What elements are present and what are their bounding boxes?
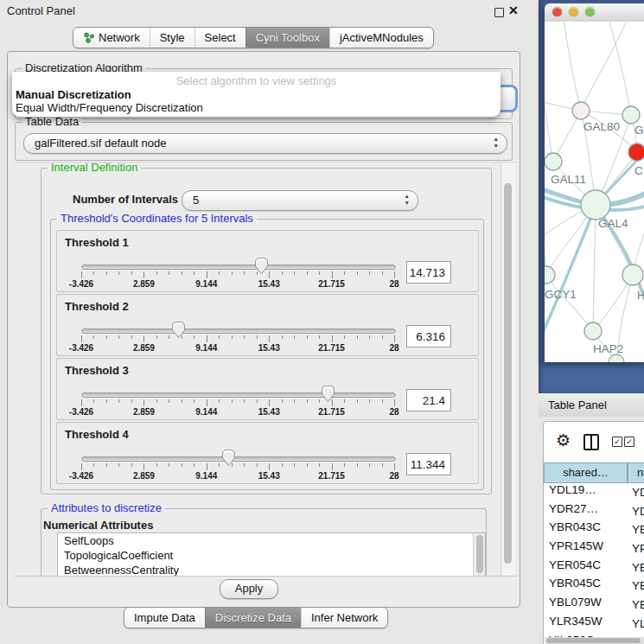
- table-horizontal-scrollbar[interactable]: [545, 637, 644, 644]
- table-row[interactable]: YDR27…YDR2: [544, 502, 644, 521]
- tick-mark: [81, 399, 82, 406]
- network-node[interactable]: [584, 322, 602, 340]
- tick-mark: [93, 271, 94, 275]
- tick-mark: [106, 463, 107, 467]
- checkbox-checked-icon[interactable]: ✓: [612, 437, 622, 447]
- network-edge: [581, 22, 628, 111]
- tick-label: -3.426: [69, 279, 93, 289]
- network-node[interactable]: [622, 265, 643, 285]
- thresholds-group-label: Threshold's Coordinates for 5 Intervals: [57, 212, 257, 225]
- slider-thumb[interactable]: [221, 449, 236, 467]
- tick-mark: [307, 463, 308, 467]
- minimize-traffic-light-icon[interactable]: [569, 7, 578, 16]
- slider-thumb[interactable]: [321, 385, 335, 403]
- close-icon[interactable]: ✕: [508, 3, 519, 17]
- tab-network[interactable]: Network: [73, 28, 150, 48]
- table-row[interactable]: YBR045CYBR0: [544, 577, 644, 596]
- tick-mark: [219, 399, 220, 403]
- slider-track[interactable]: [81, 328, 396, 334]
- table-row[interactable]: YBR043CYBR0: [544, 520, 644, 539]
- cell-shared-name: YBR045C: [544, 577, 628, 590]
- attribute-item[interactable]: TopologicalCoefficient: [58, 548, 485, 563]
- attribute-item[interactable]: BetweennessCentrality: [58, 563, 485, 577]
- network-node[interactable]: [545, 266, 555, 284]
- tick-mark: [319, 271, 320, 275]
- close-traffic-light-icon[interactable]: [552, 7, 562, 16]
- settings-scrollbar[interactable]: [501, 163, 516, 576]
- column-header-shared-name[interactable]: shared…: [544, 462, 628, 483]
- threshold-value-field[interactable]: 6.316: [406, 325, 451, 348]
- attributes-scrollbar[interactable]: [473, 533, 485, 577]
- cell-name: YDL1: [628, 486, 644, 499]
- checkbox-checked-icon[interactable]: ✓: [624, 437, 634, 447]
- cell-name: YER0: [628, 561, 644, 574]
- tick-mark: [344, 463, 345, 467]
- slider-track[interactable]: [81, 392, 396, 398]
- tick-mark: [156, 335, 157, 339]
- tab-select[interactable]: Select: [194, 28, 245, 48]
- slider-thumb[interactable]: [254, 257, 269, 275]
- tab-style[interactable]: Style: [150, 28, 194, 48]
- number-of-intervals-combobox[interactable]: 5 ▲▼: [182, 190, 418, 211]
- tick-mark: [257, 463, 258, 467]
- slider-thumb[interactable]: [171, 321, 186, 339]
- attributes-group: Attributes to discretize Numerical Attri…: [41, 508, 487, 577]
- slider-track[interactable]: [81, 456, 396, 462]
- tick-mark: [232, 271, 233, 275]
- tick-mark: [169, 271, 169, 275]
- network-node[interactable]: [572, 102, 590, 119]
- apply-button[interactable]: Apply: [220, 579, 278, 599]
- tick-mark: [207, 335, 207, 342]
- tab-label: Cyni Toolbox: [256, 31, 320, 44]
- threshold-label: Threshold 3: [65, 364, 129, 377]
- tab-cyni-toolbox[interactable]: Cyni Toolbox: [245, 28, 329, 48]
- columns-icon[interactable]: [583, 434, 599, 450]
- popup-item[interactable]: Equal Width/Frequency Discretization: [16, 101, 203, 114]
- threshold-value-field[interactable]: 14.713: [406, 261, 451, 284]
- threshold-value-field[interactable]: 11.344: [406, 453, 451, 475]
- tab-jactivemnodules[interactable]: jActiveMNodules: [329, 28, 433, 48]
- slider-track[interactable]: [81, 265, 396, 270]
- zoom-traffic-light-icon[interactable]: [585, 7, 595, 16]
- tick-mark: [81, 335, 82, 342]
- tick-label: 9.144: [195, 471, 217, 481]
- table-row[interactable]: YBL079WYBL0: [544, 596, 644, 615]
- threshold-label: Threshold 4: [65, 428, 129, 441]
- tab-infer-network[interactable]: Infer Network: [301, 608, 387, 628]
- network-node[interactable]: [581, 190, 610, 220]
- settings-scroll-viewport: Interval Definition Number of Intervals …: [15, 162, 516, 577]
- threshold-value-field[interactable]: 21.4: [406, 389, 451, 411]
- tick-mark: [269, 335, 270, 342]
- table-row[interactable]: YLR345WYLR3: [544, 615, 644, 634]
- tick-mark: [207, 271, 207, 278]
- numerical-attributes-list[interactable]: SelfLoopsTopologicalCoefficientBetweenne…: [57, 532, 486, 577]
- tick-mark: [319, 335, 320, 339]
- table-panel-title: Table Panel: [548, 399, 607, 411]
- tick-mark: [294, 463, 295, 467]
- table-row[interactable]: YDL19…YDL1: [544, 483, 644, 502]
- popup-item[interactable]: Manual Discretization: [16, 88, 131, 101]
- column-header-name[interactable]: na: [628, 462, 644, 483]
- tab-discretize-data[interactable]: Discretize Data: [205, 608, 301, 628]
- tick-mark: [118, 335, 119, 339]
- network-node[interactable]: [628, 143, 644, 161]
- network-canvas[interactable]: GAL80GACGAL11GAL4GCY1HHAP2: [545, 22, 644, 362]
- tick-label: -3.426: [69, 471, 93, 481]
- attribute-item[interactable]: SelfLoops: [58, 533, 485, 548]
- table-data-combobox[interactable]: galFiltered.sif default node ▲▼: [23, 133, 507, 154]
- table-row[interactable]: YPR145WYPR1: [544, 539, 644, 558]
- float-window-icon[interactable]: [494, 8, 504, 17]
- network-node[interactable]: [622, 106, 640, 124]
- network-window-titlebar[interactable]: [545, 3, 644, 22]
- threshold-label: Threshold 2: [65, 300, 129, 313]
- table-row[interactable]: YER054CYER0: [544, 558, 644, 577]
- gear-icon[interactable]: ⚙: [556, 430, 571, 450]
- tick-mark: [307, 335, 308, 339]
- tick-mark: [332, 271, 333, 278]
- tick-mark: [244, 399, 245, 403]
- tick-label: 15.43: [258, 407, 280, 417]
- tab-impute-data[interactable]: Impute Data: [124, 608, 205, 628]
- tick-mark: [143, 463, 144, 470]
- network-node[interactable]: [545, 153, 562, 170]
- network-node-label: HAP2: [593, 342, 623, 355]
